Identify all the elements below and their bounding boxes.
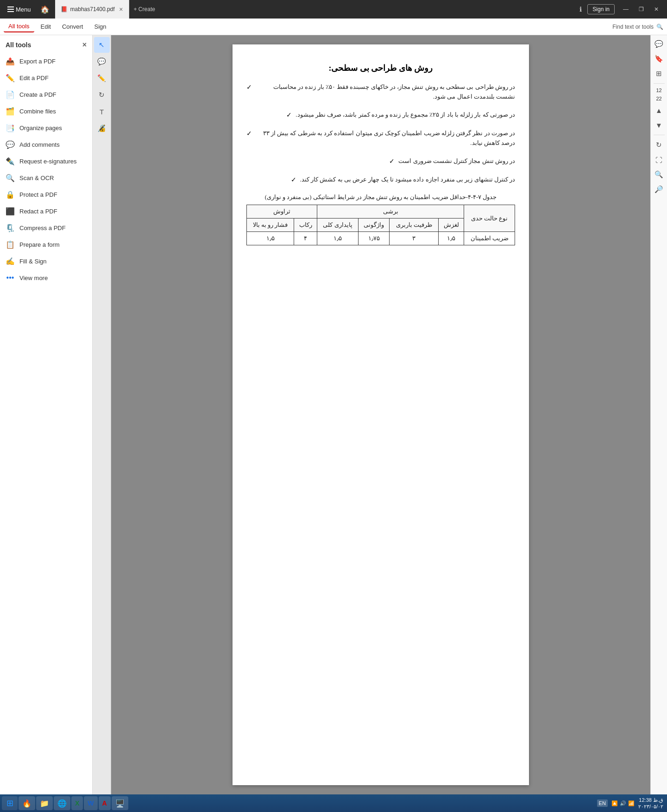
sidebar-item-request-esignatures[interactable]: ✒️ Request e-signatures — [0, 153, 92, 169]
close-button[interactable]: ✕ — [649, 4, 663, 14]
text-tool-button[interactable]: T — [94, 104, 110, 119]
info-button[interactable]: ℹ — [577, 4, 585, 15]
taskbar-app-word[interactable]: W — [84, 796, 97, 810]
sidebar-item-add-comments[interactable]: 💬 Add comments — [0, 136, 92, 153]
menu-label: Menu — [16, 6, 31, 13]
clock-time: 12:38 ق.ظ — [638, 797, 663, 803]
up-arrow-button[interactable]: ▲ — [652, 103, 666, 117]
excel-icon: X — [75, 800, 79, 807]
language-badge[interactable]: EN — [597, 800, 608, 807]
menu-item-sign[interactable]: Sign — [89, 21, 111, 32]
sidebar-item-combine-files[interactable]: 🗂️ Combine files — [0, 103, 92, 119]
table-header-row-1: نوع حالت حدی برشی ثراوش — [247, 205, 515, 219]
sidebar-item-edit-pdf[interactable]: ✏️ Edit a PDF — [0, 69, 92, 86]
bullet-text-2: در صورتی که بار زلزله با باد از ۲۵٪ مجمو… — [296, 110, 515, 120]
restore-button[interactable]: ❐ — [634, 4, 648, 14]
sidebar-item-prepare-form[interactable]: 📋 Prepare a form — [0, 236, 92, 253]
export-pdf-icon: 📤 — [6, 56, 15, 66]
menu-item-alltools[interactable]: All tools — [4, 21, 34, 32]
table-cell-1-75: ۱٫۷۵ — [358, 232, 390, 245]
taskbar-app-other[interactable]: 🖥️ — [112, 796, 128, 810]
search-label: Find text or tools — [612, 24, 654, 30]
sidebar-item-label: Compress a PDF — [19, 225, 66, 231]
start-button[interactable]: ⊞ — [2, 796, 18, 810]
new-tab-button[interactable]: + Create — [129, 0, 160, 19]
table-header-rekab: رکاب — [294, 219, 317, 232]
taskbar-app-excel[interactable]: X — [71, 796, 83, 810]
taskbar-app-explorer[interactable]: 📁 — [36, 796, 53, 810]
fill-sign-icon: ✍️ — [6, 256, 15, 266]
pdf-bullet-5: در کنترل تنشهای زیر بی منفرد اجازه داده … — [246, 175, 515, 185]
table-header-feshar: فشار رو به بالا — [247, 219, 294, 232]
pdf-bullet-4: در روش تنش مجاز کنترل نشست ضروری است ✓ — [246, 156, 515, 167]
minimize-button[interactable]: — — [618, 4, 633, 14]
menu-button[interactable]: Menu — [4, 4, 35, 15]
comment-tool-button[interactable]: 💬 — [94, 54, 110, 69]
sign-in-button[interactable]: Sign in — [587, 4, 615, 14]
grid-right-button[interactable]: ⊞ — [652, 67, 666, 81]
sidebar-item-scan-ocr[interactable]: 🔍 Scan & OCR — [0, 169, 92, 186]
bookmark-right-button[interactable]: 🔖 — [652, 52, 666, 66]
pdf-title: روش های طراحی بی سطحی: — [246, 63, 515, 73]
sidebar-item-export-pdf[interactable]: 📤 Export a PDF — [0, 53, 92, 69]
draw-tool-button[interactable]: ✏️ — [94, 70, 110, 86]
clock-date: ۲۰۲۳/۰۵/۰۲ — [638, 803, 663, 810]
request-esig-icon: ✒️ — [6, 156, 15, 166]
pdf-viewer[interactable]: روش های طراحی بی سطحی: در روش طراحی بی س… — [111, 35, 650, 794]
rotate-tool-button[interactable]: ↻ — [94, 87, 110, 103]
tray-icon-speaker: 🔊 — [620, 800, 626, 806]
fit-page-button[interactable]: ⛶ — [652, 153, 666, 167]
sidebar-item-create-pdf[interactable]: 📄 Create a PDF — [0, 86, 92, 103]
sidebar-item-label: Protect a PDF — [19, 191, 57, 198]
menu-item-convert[interactable]: Convert — [57, 21, 88, 32]
sidebar-item-organize-pages[interactable]: 📑 Organize pages — [0, 119, 92, 136]
sidebar-item-redact-pdf[interactable]: ⬛ Redact a PDF — [0, 203, 92, 219]
menu-bar: All tools Edit Convert Sign Find text or… — [0, 19, 667, 35]
ie-icon: 🌐 — [57, 799, 67, 808]
stamp-tool-button[interactable]: 🔏 — [94, 120, 110, 136]
search-tools-area: Find text or tools 🔍 — [612, 24, 663, 30]
tab-close-button[interactable]: × — [119, 6, 123, 13]
home-button[interactable]: 🏠 — [38, 3, 51, 16]
sidebar-item-view-more[interactable]: ••• View more — [0, 269, 92, 286]
search-icon[interactable]: 🔍 — [656, 24, 663, 30]
sidebar: All tools × 📤 Export a PDF ✏️ Edit a PDF… — [0, 35, 93, 794]
bullet-text-5: در کنترل تنشهای زیر بی منفرد اجازه داده … — [300, 175, 516, 185]
view-more-icon: ••• — [6, 273, 15, 282]
refresh-button[interactable]: ↻ — [652, 138, 666, 152]
sidebar-item-label: Prepare a form — [19, 241, 60, 248]
sidebar-item-label: Export a PDF — [19, 58, 56, 65]
sidebar-item-label: Redact a PDF — [19, 208, 57, 215]
pdf-content: روش های طراحی بی سطحی: در روش طراحی بی س… — [233, 44, 529, 259]
select-tool-button[interactable]: ↖ — [94, 37, 110, 53]
sidebar-item-label: Organize pages — [19, 125, 62, 131]
comment-right-button[interactable]: 💬 — [652, 37, 666, 51]
sidebar-close-button[interactable]: × — [82, 41, 87, 49]
taskbar-app-ie[interactable]: 🌐 — [54, 796, 70, 810]
taskbar-app-acrobat[interactable]: A — [99, 796, 111, 810]
window-controls: — ❐ ✕ — [618, 4, 663, 14]
redact-pdf-icon: ⬛ — [6, 206, 15, 216]
divider-1 — [654, 83, 665, 84]
menu-item-edit[interactable]: Edit — [36, 21, 56, 32]
zoom-out-button[interactable]: 🔎 — [652, 182, 666, 196]
sidebar-item-fill-sign[interactable]: ✍️ Fill & Sign — [0, 253, 92, 269]
taskbar-app-firefox[interactable]: 🔥 — [19, 796, 35, 810]
down-arrow-button[interactable]: ▼ — [652, 118, 666, 132]
clock[interactable]: 12:38 ق.ظ ۲۰۲۳/۰۵/۰۲ — [638, 797, 663, 810]
bullet-text-4: در روش تنش مجاز کنترل نشست ضروری است — [398, 156, 515, 166]
zoom-in-button[interactable]: 🔍 — [652, 168, 666, 181]
pdf-bullet-2: در صورتی که بار زلزله با باد از ۲۵٪ مجمو… — [246, 110, 515, 120]
table-cell-3: ۳ — [390, 232, 438, 245]
pdf-bullet-1: در روش طراحی بی سطحی به روش تنش مجاز، در… — [246, 82, 515, 102]
active-tab[interactable]: 📕 mabhas71400.pdf × — [55, 0, 129, 19]
checkmark-icon-2: ✓ — [286, 110, 292, 120]
organize-pages-icon: 📑 — [6, 123, 15, 132]
sidebar-header: All tools × — [0, 35, 92, 53]
toolbar-panel: ↖ 💬 ✏️ ↻ T 🔏 — [93, 35, 111, 794]
sidebar-item-protect-pdf[interactable]: 🔒 Protect a PDF — [0, 186, 92, 203]
taskbar: ⊞ 🔥 📁 🌐 X W A 🖥️ EN 🔼 🔊 📶 12:38 ق.ظ ۲۰۲۳… — [0, 794, 667, 812]
sidebar-item-label: Fill & Sign — [19, 258, 47, 265]
sidebar-item-compress-pdf[interactable]: 🗜️ Compress a PDF — [0, 219, 92, 236]
page-current: 12 — [656, 87, 661, 94]
